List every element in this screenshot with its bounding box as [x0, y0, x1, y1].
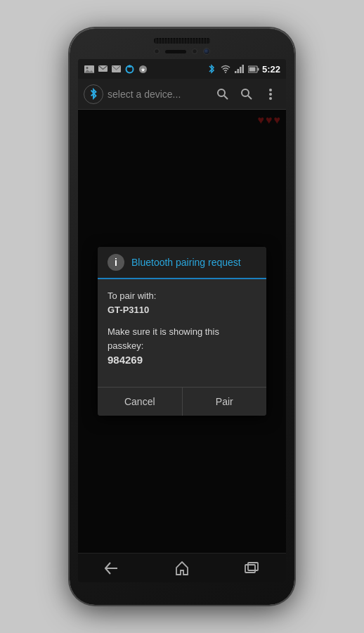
search-icon-2[interactable] [237, 84, 256, 104]
phone-screen: ★ [78, 59, 286, 582]
sync-status-icon [124, 65, 135, 73]
image-status-icon [84, 65, 95, 73]
wifi-status-icon [220, 65, 231, 73]
svg-point-21 [269, 93, 272, 96]
status-time: 5:22 [262, 64, 280, 75]
signal-status-icon [234, 65, 245, 73]
back-button[interactable] [95, 556, 130, 581]
svg-rect-14 [257, 68, 259, 70]
phone-camera [203, 48, 210, 55]
phone-top-bar [78, 48, 286, 55]
action-bar-search-hint[interactable]: select a device... [108, 89, 213, 100]
status-bar: ★ [78, 59, 286, 79]
pair-with-label: To pair with: [108, 290, 156, 301]
svg-rect-9 [235, 71, 237, 73]
passkey-value: 984269 [108, 354, 143, 366]
phone-bottom [78, 582, 286, 596]
svg-point-16 [218, 89, 225, 96]
svg-point-18 [242, 89, 249, 96]
message-status-icon [97, 65, 108, 73]
app-content: ♥ ♥ ♥ i Bluetooth pairing request [78, 110, 286, 553]
phone-sensor-dot [192, 49, 197, 54]
pair-button[interactable]: Pair [183, 388, 267, 416]
bottom-nav [78, 553, 286, 582]
dialog-overlay: i Bluetooth pairing request To pair with… [78, 110, 286, 553]
device-name: GT-P3110 [108, 305, 149, 315]
status-icons-left: ★ [84, 65, 148, 73]
svg-rect-11 [240, 67, 242, 73]
search-icon-1[interactable] [213, 84, 233, 104]
bluetooth-status-icon [206, 65, 217, 73]
svg-point-8 [225, 72, 226, 73]
svg-point-20 [269, 89, 272, 91]
svg-point-1 [86, 67, 89, 69]
email-status-icon [110, 65, 122, 73]
dialog-info-icon: i [108, 254, 124, 271]
action-bar-icons [213, 84, 280, 104]
svg-rect-25 [245, 565, 255, 573]
svg-rect-15 [249, 67, 255, 71]
svg-line-19 [248, 96, 252, 99]
dialog-body: To pair with: GT-P3110 Make sure it is s… [98, 279, 266, 387]
cancel-button[interactable]: Cancel [98, 388, 183, 416]
status-icons-right: 5:22 [206, 64, 280, 75]
phone-speaker [154, 38, 210, 44]
svg-rect-12 [242, 65, 244, 73]
recents-button[interactable] [234, 556, 269, 581]
dialog-passkey-text: Make sure it is showing this passkey: 98… [108, 325, 256, 369]
svg-rect-26 [248, 563, 258, 570]
phone-earpiece [165, 50, 186, 53]
action-bar: select a device... [78, 79, 286, 110]
dialog-body-text: To pair with: GT-P3110 [108, 289, 256, 316]
svg-line-17 [224, 96, 228, 99]
app-status-icon: ★ [137, 65, 148, 73]
dialog-header: i Bluetooth pairing request [98, 247, 266, 279]
svg-text:★: ★ [141, 67, 145, 73]
svg-marker-24 [176, 562, 188, 575]
phone-earpiece-dot [154, 49, 160, 54]
passkey-instruction: Make sure it is showing this passkey: [108, 326, 219, 351]
more-options-icon[interactable] [261, 84, 280, 104]
bluetooth-pairing-dialog: i Bluetooth pairing request To pair with… [98, 247, 266, 416]
phone-device: ★ [70, 28, 294, 605]
svg-point-22 [269, 97, 272, 100]
battery-status-icon [248, 65, 259, 73]
dialog-title: Bluetooth pairing request [131, 257, 241, 268]
dialog-buttons: Cancel Pair [98, 387, 266, 416]
bluetooth-action-icon [84, 84, 103, 104]
home-button[interactable] [164, 556, 200, 581]
svg-rect-10 [237, 69, 239, 73]
